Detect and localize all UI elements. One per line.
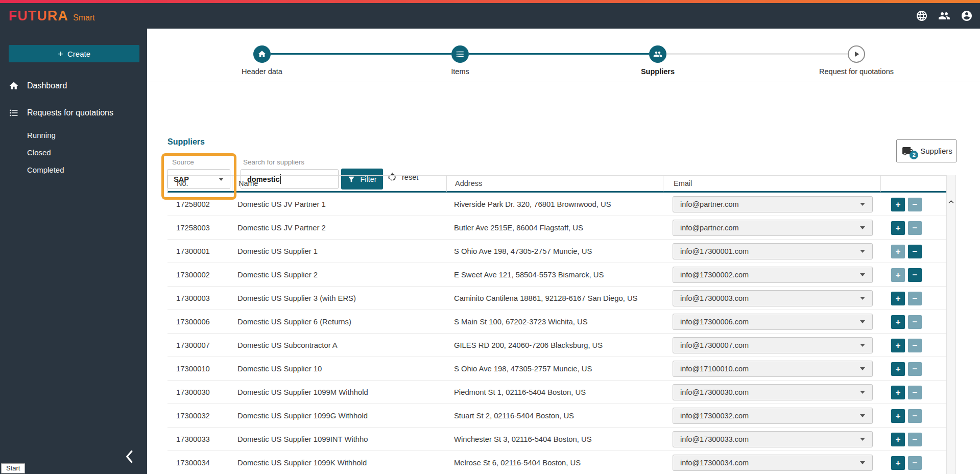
step-label: Suppliers [602, 67, 714, 76]
row-actions: + − [880, 404, 946, 428]
email-select[interactable]: info@17100010.com [673, 361, 873, 377]
step-header-data[interactable]: Header data [206, 29, 318, 76]
supplier-no: 17300030 [168, 381, 231, 404]
row-actions: + − [880, 334, 946, 357]
email-select[interactable]: info@17300030.com [673, 384, 873, 400]
add-supplier-button[interactable]: + [891, 362, 905, 376]
sidebar-item-closed[interactable]: Closed [0, 144, 147, 161]
sidebar-item-running[interactable]: Running [0, 127, 147, 144]
people-icon [649, 45, 666, 63]
account-icon[interactable] [961, 10, 973, 22]
table-row: 17300034 Domestic US Supplier 1099K With… [168, 451, 946, 472]
list-icon [451, 45, 469, 63]
globe-icon[interactable] [916, 10, 928, 22]
table-row: 17300007 Domestic US Subcontractor A GIL… [168, 334, 946, 357]
chevron-down-icon [860, 367, 865, 370]
list-icon [9, 108, 19, 118]
supplier-no: 17300007 [168, 334, 231, 357]
add-supplier-button[interactable]: + [891, 268, 905, 282]
add-supplier-button[interactable]: + [891, 339, 905, 352]
sidebar-item-requests-for-quotations[interactable]: Requests for quotations [0, 101, 147, 125]
remove-supplier-button[interactable]: − [908, 339, 922, 352]
supplier-no: 17300001 [168, 240, 231, 263]
remove-supplier-button[interactable]: − [908, 315, 922, 329]
supplier-no: 17300002 [168, 263, 231, 287]
scroll-up-icon[interactable] [947, 198, 955, 207]
remove-supplier-button[interactable]: − [908, 268, 922, 282]
column-header-name: Name [232, 176, 446, 192]
row-actions: + − [880, 240, 946, 263]
step-request-for-quotations[interactable]: Request for quotations [800, 29, 913, 76]
supplier-address: Butler Ave 2515E, 86004 Flagstaff, US [446, 216, 662, 240]
row-actions: + − [880, 310, 946, 334]
email-select[interactable]: info@17300003.com [673, 290, 873, 306]
step-label: Request for quotations [800, 67, 913, 76]
step-label: Items [404, 67, 516, 76]
table-row: 17300030 Domestic US Supplier 1099M With… [168, 381, 946, 404]
supplier-name: Domestic US Supplier 1099G Withhold [231, 404, 446, 428]
email-select[interactable]: info@17300007.com [673, 337, 873, 353]
app-logo[interactable]: FUTURA Smart [0, 8, 95, 24]
add-supplier-button[interactable]: + [891, 245, 905, 258]
email-select-value: info@17300030.com [680, 388, 749, 396]
sidebar-item-label: Dashboard [27, 81, 67, 90]
users-icon[interactable] [938, 10, 950, 22]
remove-supplier-button[interactable]: − [908, 245, 922, 258]
sidebar-item-dashboard[interactable]: Dashboard [0, 74, 147, 98]
step-suppliers[interactable]: Suppliers [602, 29, 714, 76]
email-select[interactable]: info@partner.com [673, 196, 873, 212]
add-supplier-button[interactable]: + [891, 386, 905, 399]
table-row: 17300010 Domestic US Supplier 10 S Ohio … [168, 357, 946, 381]
remove-supplier-button[interactable]: − [908, 198, 922, 211]
email-select[interactable]: info@17300001.com [673, 243, 873, 259]
logo-smart: Smart [73, 13, 95, 22]
supplier-address: Stuart St 2, 02116-5404 Boston, US [446, 404, 662, 428]
remove-supplier-button[interactable]: − [908, 409, 922, 423]
row-actions: + − [880, 451, 946, 472]
remove-supplier-button[interactable]: − [908, 362, 922, 376]
email-select[interactable]: info@partner.com [673, 220, 873, 236]
add-supplier-button[interactable]: + [891, 315, 905, 329]
add-supplier-button[interactable]: + [891, 221, 905, 235]
email-select[interactable]: info@17300002.com [673, 267, 873, 283]
play-icon [848, 45, 865, 63]
remove-supplier-button[interactable]: − [908, 386, 922, 399]
remove-supplier-button[interactable]: − [908, 456, 922, 470]
supplier-address: S Ohio Ave 198, 47305-2757 Muncie, US [446, 240, 662, 263]
row-actions: + − [880, 263, 946, 287]
table-scrollbar[interactable] [946, 175, 956, 474]
email-select[interactable]: info@17300033.com [673, 431, 873, 447]
table-row: 17300002 Domestic US Supplier 2 E Sweet … [168, 263, 946, 287]
chevron-down-icon [860, 320, 865, 323]
app-header: FUTURA Smart [0, 3, 980, 29]
supplier-address: S Ohio Ave 198, 47305-2757 Muncie, US [446, 357, 662, 381]
email-select-value: info@17300003.com [680, 294, 749, 302]
add-supplier-button[interactable]: + [891, 433, 905, 446]
row-actions: + − [880, 216, 946, 240]
collapse-sidebar-button[interactable] [121, 447, 139, 466]
add-supplier-button[interactable]: + [891, 198, 905, 211]
step-items[interactable]: Items [404, 29, 516, 76]
row-actions: + − [880, 381, 946, 404]
row-actions: + − [880, 287, 946, 310]
add-supplier-button[interactable]: + [891, 292, 905, 305]
supplier-name: Domestic US Supplier 1 [231, 240, 446, 263]
email-select[interactable]: info@17300034.com [673, 455, 873, 471]
step-label: Header data [206, 67, 318, 76]
add-supplier-button[interactable]: + [891, 409, 905, 423]
remove-supplier-button[interactable]: − [908, 433, 922, 446]
email-select[interactable]: info@17300032.com [673, 408, 873, 424]
remove-supplier-button[interactable]: − [908, 221, 922, 235]
row-actions: + − [880, 193, 946, 216]
truck-icon: 2 [900, 145, 916, 157]
add-supplier-button[interactable]: + [891, 456, 905, 470]
chevron-down-icon [860, 391, 865, 394]
remove-supplier-button[interactable]: − [908, 292, 922, 305]
suppliers-count-button[interactable]: 2 Suppliers [896, 139, 957, 162]
email-select[interactable]: info@17300006.com [673, 314, 873, 330]
table-row: 17300001 Domestic US Supplier 1 S Ohio A… [168, 240, 946, 263]
create-button[interactable]: + Create [9, 45, 139, 62]
supplier-no: 17258002 [168, 193, 231, 216]
chevron-down-icon [860, 250, 865, 253]
sidebar-item-completed[interactable]: Completed [0, 161, 147, 179]
